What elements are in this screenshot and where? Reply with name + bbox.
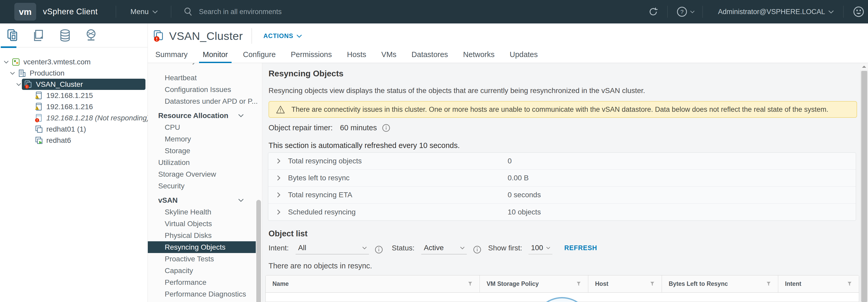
view-description: Resyncing objects view displays the stat… bbox=[269, 86, 645, 95]
filter-icon[interactable] bbox=[847, 281, 852, 287]
hosts-and-clusters-icon bbox=[6, 29, 20, 42]
vm-running-icon bbox=[34, 136, 43, 145]
tab-networks[interactable]: Networks bbox=[460, 50, 498, 63]
nav-item-skyline-health[interactable]: Skyline Health bbox=[148, 206, 262, 218]
scrollbar-up-button[interactable] bbox=[860, 63, 868, 70]
nav-scrollbar-thumb[interactable] bbox=[256, 200, 261, 302]
tab-hosts[interactable]: Hosts bbox=[343, 50, 370, 63]
networking-icon bbox=[84, 29, 98, 42]
tree-item-host-not-responding[interactable]: 192.168.1.218 (Not responding) bbox=[0, 112, 148, 123]
summary-row[interactable]: Total resyncing ETA 0 seconds bbox=[268, 187, 856, 203]
nav-item-storage[interactable]: Storage bbox=[148, 145, 262, 157]
nav-item-memory[interactable]: Memory bbox=[148, 133, 262, 145]
auto-refresh-note: This section is automatically refreshed … bbox=[269, 141, 460, 150]
tab-updates[interactable]: Updates bbox=[506, 50, 541, 63]
chevron-expanded-icon bbox=[16, 83, 21, 86]
tab-summary[interactable]: Summary bbox=[152, 50, 191, 63]
nav-item-proactive-tests[interactable]: Proactive Tests bbox=[148, 253, 262, 265]
tree-item-cluster-selected[interactable]: VSAN_Cluster bbox=[0, 79, 148, 90]
intent-select[interactable]: All bbox=[296, 244, 369, 254]
global-search[interactable] bbox=[183, 7, 648, 17]
tree-item-label: VSAN_Cluster bbox=[36, 80, 83, 89]
nav-item-configuration-issues[interactable]: Configuration Issues bbox=[148, 84, 262, 95]
tree-item-host[interactable]: 192.168.1.215 bbox=[0, 90, 148, 101]
view-tab-networking[interactable] bbox=[78, 29, 104, 42]
storage-icon bbox=[58, 29, 72, 42]
tab-permissions[interactable]: Permissions bbox=[287, 50, 336, 63]
column-header-intent[interactable]: Intent bbox=[778, 275, 859, 292]
tree-item-vm[interactable]: redhat01 (1) bbox=[0, 123, 148, 135]
cluster-error-icon bbox=[153, 30, 165, 42]
column-header-host[interactable]: Host bbox=[588, 275, 662, 292]
nav-item-security[interactable]: Security bbox=[148, 180, 262, 192]
chevron-down-icon bbox=[297, 34, 302, 38]
nav-item-performance[interactable]: Performance bbox=[148, 276, 262, 288]
user-menu-button[interactable]: Administrator@VSPHERE.LOCAL bbox=[711, 8, 834, 16]
tab-vms[interactable]: VMs bbox=[378, 50, 400, 63]
search-input[interactable] bbox=[199, 8, 433, 16]
feedback-button[interactable] bbox=[853, 6, 864, 18]
refresh-button[interactable] bbox=[648, 6, 658, 17]
chevron-right-icon bbox=[277, 209, 281, 215]
tree-item-host[interactable]: 192.168.1.216 bbox=[0, 101, 148, 112]
content-scrollbar-thumb[interactable] bbox=[861, 71, 867, 302]
vm-icon bbox=[34, 125, 43, 134]
filter-icon[interactable] bbox=[650, 281, 655, 287]
column-header-name[interactable]: Name bbox=[266, 275, 479, 292]
tree-item-vcenter[interactable]: vcenter3.vmtest.com bbox=[0, 56, 148, 67]
info-icon[interactable] bbox=[375, 245, 383, 254]
nav-item-storage-overview[interactable]: Storage Overview bbox=[148, 168, 262, 180]
refresh-button[interactable]: REFRESH bbox=[564, 244, 597, 254]
info-icon[interactable] bbox=[473, 245, 482, 254]
nav-item-performance-diagnostics[interactable]: Performance Diagnostics bbox=[148, 288, 262, 300]
tab-configure[interactable]: Configure bbox=[239, 50, 279, 63]
content-scrollbar[interactable] bbox=[860, 63, 868, 302]
divider bbox=[171, 6, 171, 18]
chevron-down-icon bbox=[152, 10, 158, 13]
resync-summary-table: Total resyncing objects 0 Bytes left to … bbox=[268, 153, 856, 221]
filter-icon[interactable] bbox=[576, 281, 581, 287]
status-select[interactable]: Active bbox=[421, 244, 467, 254]
filter-icon[interactable] bbox=[468, 281, 473, 287]
tab-datastores[interactable]: Datastores bbox=[408, 50, 452, 63]
nav-group-label: vSAN bbox=[158, 196, 178, 204]
column-header-vm-storage-policy[interactable]: VM Storage Policy bbox=[479, 275, 588, 292]
menu-button[interactable]: Menu bbox=[130, 7, 158, 16]
nav-item-datastores-apd[interactable]: Datastores under APD or P... bbox=[148, 95, 262, 107]
column-label: Bytes Left to Resync bbox=[669, 280, 728, 287]
column-label: Host bbox=[595, 280, 608, 287]
nav-item-cpu[interactable]: CPU bbox=[148, 121, 262, 133]
view-tab-vms-and-templates[interactable] bbox=[26, 29, 52, 42]
nav-item-resyncing-objects[interactable]: Resyncing Objects bbox=[148, 241, 256, 253]
summary-row-label: Total resyncing objects bbox=[288, 157, 362, 165]
nav-item-capacity[interactable]: Capacity bbox=[148, 265, 262, 276]
column-label: Intent bbox=[785, 280, 801, 287]
summary-row-value: 0 seconds bbox=[508, 191, 541, 199]
filter-icon[interactable] bbox=[766, 281, 771, 287]
nav-item-heartbeat[interactable]: Heartbeat bbox=[148, 72, 262, 84]
show-first-select[interactable]: 100 bbox=[528, 244, 552, 254]
tree-item-label: 192.168.1.218 (Not responding) bbox=[46, 114, 149, 122]
summary-row[interactable]: Bytes left to resync 0.00 B bbox=[268, 170, 856, 187]
nav-group-vsan[interactable]: vSAN bbox=[148, 194, 262, 206]
host-warning-icon bbox=[34, 91, 43, 100]
view-tab-hosts-and-clusters[interactable] bbox=[0, 29, 26, 42]
nav-item-physical-disks[interactable]: Physical Disks bbox=[148, 229, 262, 241]
summary-row[interactable]: Scheduled resyncing 10 objects bbox=[268, 203, 856, 220]
nav-item-virtual-objects[interactable]: Virtual Objects bbox=[148, 218, 262, 229]
tree-item-datacenter[interactable]: Production bbox=[0, 67, 148, 79]
help-menu-button[interactable]: ? bbox=[677, 6, 695, 17]
actions-button[interactable]: ACTIONS bbox=[263, 32, 302, 39]
summary-row-value: 0.00 B bbox=[508, 174, 529, 182]
nav-item-utilization[interactable]: Utilization bbox=[148, 157, 262, 168]
tab-monitor[interactable]: Monitor bbox=[199, 50, 231, 63]
nav-group-resource-allocation[interactable]: Resource Allocation bbox=[148, 110, 262, 121]
tree-item-vm-running[interactable]: redhat6 bbox=[0, 135, 148, 146]
info-icon[interactable] bbox=[382, 124, 390, 132]
connectivity-warning-banner: There are connectivity issues in this cl… bbox=[269, 101, 857, 118]
summary-row[interactable]: Total resyncing objects 0 bbox=[268, 153, 856, 170]
view-tab-storage[interactable] bbox=[52, 29, 78, 42]
resyncing-objects-view: Resyncing Objects Resyncing objects view… bbox=[262, 63, 868, 302]
vmware-logo-text: vm bbox=[19, 7, 31, 17]
column-header-bytes-left[interactable]: Bytes Left to Resync bbox=[662, 275, 778, 292]
